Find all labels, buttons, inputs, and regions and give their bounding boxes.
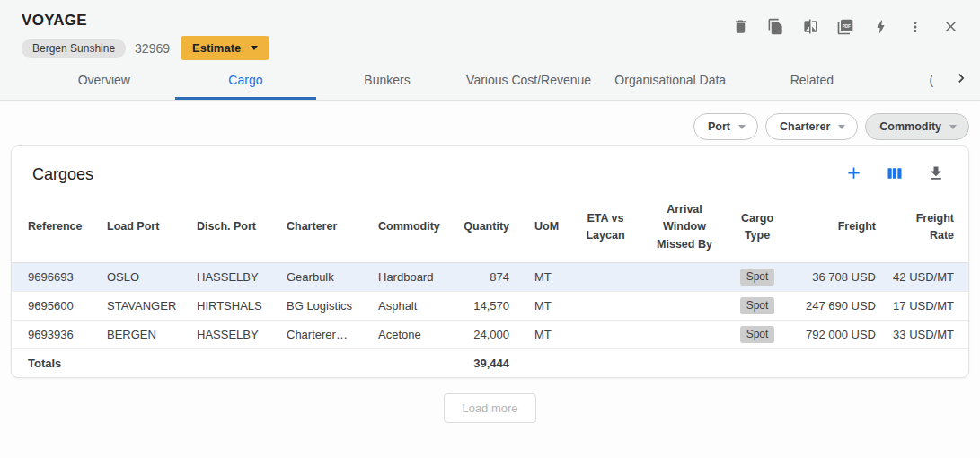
chevron-right-icon — [952, 69, 970, 90]
top-header: VOYAGE Bergen Sunshine 32969 Estimate PD… — [0, 0, 980, 101]
cargoes-table: Reference Load Port Disch. Port Chartere… — [12, 192, 968, 377]
cargoes-card-header: Cargoes — [12, 146, 968, 192]
bolt-icon — [872, 18, 889, 38]
table-header: Reference Load Port Disch. Port Chartere… — [12, 192, 968, 263]
cell-load-port: STAVANGER — [100, 292, 190, 321]
cell-arrival-window-missed-by — [640, 321, 728, 349]
tab-bunkers[interactable]: Bunkers — [316, 59, 458, 100]
cell-freight: 792 000 USD — [786, 321, 883, 349]
col-uom[interactable]: UoM — [516, 192, 570, 263]
chevron-down-icon — [251, 46, 258, 50]
cell-quantity: 874 — [452, 263, 516, 292]
load-more-button[interactable]: Load more — [444, 393, 535, 423]
cargo-type-badge: Spot — [740, 269, 775, 286]
tabs-scroll-right-button[interactable] — [946, 59, 976, 100]
filter-port[interactable]: Port — [693, 113, 758, 140]
cell-eta-vs-laycan — [570, 263, 640, 292]
close-button[interactable] — [940, 17, 961, 39]
cell-disch-port: HASSELBY — [190, 321, 279, 349]
table-row[interactable]: 9695600 STAVANGER HIRTSHALS BG Logistics… — [12, 292, 968, 321]
table-row[interactable]: 9696693 OSLO HASSELBY Gearbulk Hardboard… — [12, 263, 968, 292]
download-button[interactable] — [925, 163, 947, 185]
cell-disch-port: HASSELBY — [190, 263, 279, 292]
col-arrival-window-missed-by[interactable]: Arrival Window Missed By — [640, 192, 728, 263]
cell-charterer: Charterer… — [279, 321, 371, 349]
tab-overview[interactable]: Overview — [33, 59, 175, 100]
cell-reference: 9696693 — [12, 263, 100, 292]
cell-disch-port: HIRTSHALS — [190, 292, 279, 321]
cell-freight-rate: 17 USD/MT — [883, 292, 968, 321]
duplicate-icon — [767, 18, 784, 38]
totals-quantity: 39,444 — [452, 349, 516, 377]
compare-icon — [802, 18, 819, 38]
columns-button[interactable] — [884, 163, 905, 185]
totals-row: Totals 39,444 — [12, 349, 968, 377]
cell-arrival-window-missed-by — [640, 263, 728, 292]
columns-icon — [886, 164, 904, 185]
bolt-button[interactable] — [870, 17, 891, 39]
cell-commodity: Asphalt — [371, 292, 452, 321]
filter-port-label: Port — [708, 120, 730, 133]
cargoes-title: Cargoes — [32, 165, 93, 184]
vessel-chip[interactable]: Bergen Sunshine — [22, 39, 126, 58]
svg-text:PDF: PDF — [843, 23, 851, 28]
totals-label: Totals — [12, 349, 100, 377]
cell-reference: 9693936 — [12, 321, 100, 349]
tab-related[interactable]: Related — [741, 59, 883, 100]
compare-button[interactable] — [799, 17, 821, 39]
cell-freight-rate: 33 USD/MT — [883, 321, 968, 349]
add-icon — [844, 163, 863, 185]
close-icon — [942, 18, 959, 38]
more-button[interactable] — [905, 17, 926, 39]
cell-uom: MT — [516, 292, 570, 321]
col-reference[interactable]: Reference — [12, 192, 100, 263]
col-eta-vs-laycan[interactable]: ETA vs Laycan — [570, 192, 640, 263]
chevron-down-icon — [838, 125, 845, 129]
delete-icon — [732, 18, 749, 38]
col-quantity[interactable]: Quantity — [452, 192, 516, 263]
col-freight[interactable]: Freight — [786, 192, 883, 263]
tab-cargo[interactable]: Cargo — [175, 59, 317, 100]
col-charterer[interactable]: Charterer — [279, 192, 371, 263]
more-vert-icon — [907, 19, 923, 38]
col-disch-port[interactable]: Disch. Port — [190, 192, 279, 263]
cargoes-card: Cargoes Reference Load Port — [11, 145, 969, 378]
cell-freight-rate: 42 USD/MT — [883, 263, 968, 292]
voyage-number: 32969 — [135, 41, 170, 56]
col-commodity[interactable]: Commodity — [371, 192, 452, 263]
cell-reference: 9695600 — [12, 292, 100, 321]
toolbar-actions: PDF — [729, 17, 961, 39]
cell-charterer: Gearbulk — [279, 263, 371, 292]
title-bar: VOYAGE Bergen Sunshine 32969 Estimate PD… — [0, 0, 980, 59]
tab-organisational-data[interactable]: Organisational Data — [599, 59, 741, 100]
cell-commodity: Acetone — [371, 321, 452, 349]
duplicate-button[interactable] — [764, 17, 786, 39]
filter-charterer[interactable]: Charterer — [765, 113, 858, 140]
export-pdf-icon: PDF — [836, 18, 854, 39]
cell-uom: MT — [516, 321, 570, 349]
col-cargo-type[interactable]: Cargo Type — [728, 192, 786, 263]
cargo-type-badge: Spot — [740, 297, 775, 315]
add-cargo-button[interactable] — [843, 163, 864, 185]
table-row[interactable]: 9693936 BERGEN HASSELBY Charterer… Aceto… — [12, 321, 968, 349]
filter-commodity-label: Commodity — [879, 120, 941, 133]
filter-charterer-label: Charterer — [780, 120, 830, 133]
cell-cargo-type: Spot — [728, 292, 786, 321]
tab-various-cost-revenue[interactable]: Various Cost/Revenue — [458, 59, 600, 100]
delete-button[interactable] — [729, 17, 751, 39]
cell-cargo-type: Spot — [728, 321, 786, 349]
estimate-label: Estimate — [192, 41, 241, 55]
cell-charterer: BG Logistics — [279, 292, 371, 321]
cell-load-port: OSLO — [100, 263, 190, 292]
chevron-down-icon — [738, 125, 746, 129]
cell-freight: 247 690 USD — [786, 292, 883, 321]
estimate-button[interactable]: Estimate — [181, 36, 269, 60]
chevron-down-icon — [949, 125, 957, 129]
col-freight-rate[interactable]: Freight Rate — [883, 192, 968, 263]
export-pdf-button[interactable]: PDF — [834, 17, 856, 39]
cell-uom: MT — [516, 263, 570, 292]
col-load-port[interactable]: Load Port — [100, 192, 190, 263]
filter-commodity[interactable]: Commodity — [865, 113, 969, 140]
voyage-subrow: Bergen Sunshine 32969 Estimate — [22, 36, 958, 60]
download-icon — [927, 164, 945, 185]
